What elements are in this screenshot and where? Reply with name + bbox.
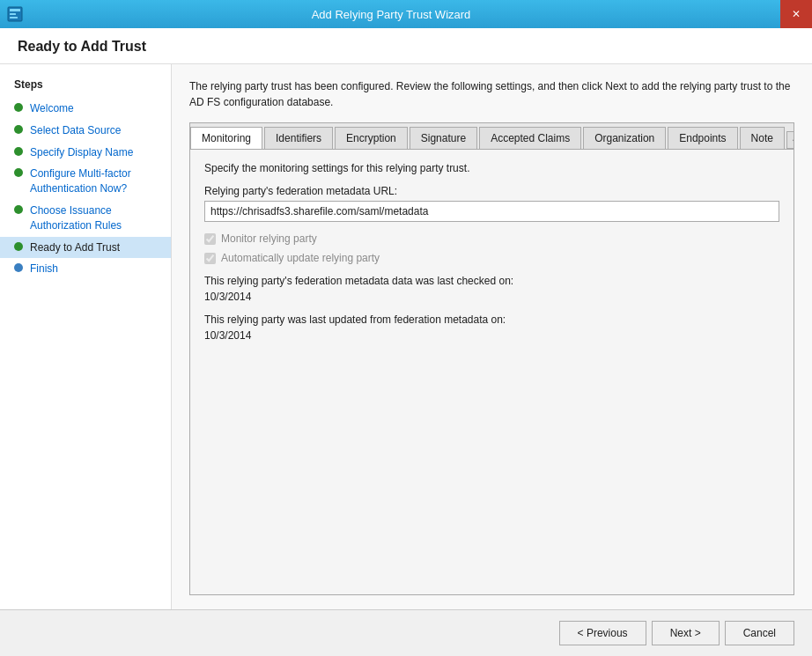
main-container: Ready to Add Trust Steps Welcome Select … [0,28,812,656]
step-dot-ready-to-add [14,242,23,251]
footer: < Previous Next > Cancel [0,609,812,656]
sidebar-item-finish[interactable]: Finish [0,258,171,280]
cancel-button[interactable]: Cancel [725,621,794,645]
next-button[interactable]: Next > [652,621,720,645]
tab-monitoring[interactable]: Monitoring [190,127,262,150]
right-panel: The relying party trust has been configu… [172,64,812,609]
monitor-checkbox-label: Monitor relying party [221,232,317,245]
sidebar-section-title: Steps [0,78,171,98]
auto-update-checkbox-row[interactable]: Automatically update relying party [204,252,779,264]
sidebar-item-specify-display-name[interactable]: Specify Display Name [0,142,171,164]
step-dot-welcome [14,103,23,112]
sidebar-item-ready-to-add[interactable]: Ready to Add Trust [0,237,171,259]
tab-accepted-claims[interactable]: Accepted Claims [479,127,581,149]
step-dot-choose-issuance [14,205,23,214]
tab-encryption[interactable]: Encryption [335,127,408,149]
sidebar-item-select-data-source[interactable]: Select Data Source [0,120,171,142]
svg-rect-2 [10,13,16,15]
sidebar-item-configure-mfa[interactable]: Configure Multi-factor Authentication No… [0,163,171,200]
sidebar: Steps Welcome Select Data Source Specify… [0,64,172,609]
url-field-label: Relying party's federation metadata URL: [204,185,779,197]
last-checked-value: 10/3/2014 [204,291,779,303]
svg-rect-3 [10,17,18,18]
app-icon [7,6,23,22]
tab-prev-button[interactable]: < [786,131,794,149]
auto-update-checkbox[interactable] [204,253,216,264]
tab-content-monitoring: Specify the monitoring settings for this… [190,150,794,594]
sidebar-item-welcome[interactable]: Welcome [0,98,171,120]
tab-organization[interactable]: Organization [583,127,666,149]
content-area: Steps Welcome Select Data Source Specify… [0,64,812,609]
tab-bar: Monitoring Identifiers Encryption Signat… [190,123,794,150]
tab-signature[interactable]: Signature [410,127,477,149]
tab-container: Monitoring Identifiers Encryption Signat… [189,122,794,595]
page-title: Ready to Add Trust [18,39,794,55]
last-checked-block: This relying party's federation metadata… [204,273,779,342]
monitor-checkbox[interactable] [204,233,216,245]
monitoring-description: Specify the monitoring settings for this… [204,162,779,174]
last-updated-label: This relying party was last updated from… [204,312,779,328]
svg-rect-1 [10,9,20,11]
federation-metadata-url-input[interactable] [204,201,779,222]
auto-update-checkbox-label: Automatically update relying party [221,252,380,264]
last-checked-label: This relying party's federation metadata… [204,273,779,289]
close-button[interactable]: ✕ [780,0,812,28]
page-header: Ready to Add Trust [0,28,812,64]
step-dot-select-data-source [14,125,23,134]
tab-notes[interactable]: Note [740,127,785,149]
sidebar-item-choose-issuance[interactable]: Choose Issuance Authorization Rules [0,200,171,237]
monitor-checkbox-row[interactable]: Monitor relying party [204,232,779,245]
previous-button[interactable]: < Previous [559,621,646,645]
tab-endpoints[interactable]: Endpoints [668,127,737,149]
last-updated-value: 10/3/2014 [204,329,779,342]
tab-identifiers[interactable]: Identifiers [264,127,333,149]
window-title: Add Relying Party Trust Wizard [30,8,752,21]
step-dot-finish [14,263,23,272]
step-dot-configure-mfa [14,168,23,177]
step-dot-specify-display-name [14,147,23,156]
title-bar: Add Relying Party Trust Wizard ✕ [0,0,812,28]
intro-text: The relying party trust has been configu… [189,78,794,110]
